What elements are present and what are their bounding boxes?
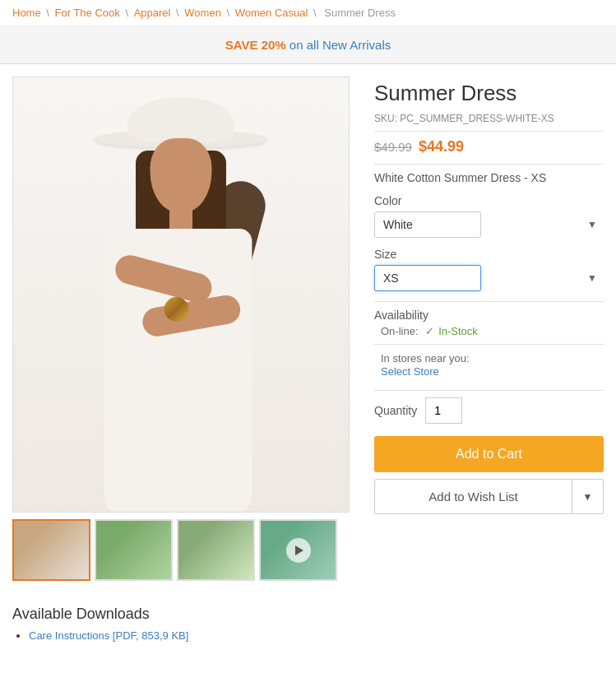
breadcrumb-sep: \ xyxy=(313,7,319,19)
add-to-cart-button[interactable]: Add to Cart xyxy=(374,436,604,472)
quantity-label: Quantity xyxy=(374,404,417,417)
banner-save: SAVE 20% xyxy=(225,38,286,52)
online-availability-row: On-line: ✓ In-Stock xyxy=(374,325,604,337)
sku-value: PC_SUMMER_DRESS-WHITE-XS xyxy=(400,113,553,124)
thumbnail-2[interactable] xyxy=(95,519,173,581)
thumbnail-4[interactable] xyxy=(259,519,337,581)
breadcrumb-women-casual[interactable]: Women Casual xyxy=(235,7,308,19)
stores-label: In stores near you: xyxy=(381,352,470,364)
banner-text: on all New Arrivals xyxy=(286,38,391,52)
select-store-link[interactable]: Select Store xyxy=(381,365,439,378)
availability-title: Availability xyxy=(374,309,604,322)
product-description: White Cotton Summer Dress - XS xyxy=(374,171,604,184)
downloads-title: Available Downloads xyxy=(12,606,604,623)
promo-banner: SAVE 20% on all New Arrivals xyxy=(0,26,616,64)
breadcrumb-sep: \ xyxy=(125,7,131,19)
size-select-arrow-icon: ▼ xyxy=(587,272,597,284)
product-info: Summer Dress SKU: PC_SUMMER_DRESS-WHITE-… xyxy=(374,77,604,581)
downloads-list: Care Instructions [PDF, 853,9 KB] xyxy=(12,629,604,642)
breadcrumb-cook[interactable]: For The Cook xyxy=(55,7,120,19)
product-area: Summer Dress SKU: PC_SUMMER_DRESS-WHITE-… xyxy=(0,64,616,593)
availability-section: Availability On-line: ✓ In-Stock In stor… xyxy=(374,309,604,378)
product-sku: SKU: PC_SUMMER_DRESS-WHITE-XS xyxy=(374,113,604,124)
thumbnail-list xyxy=(12,519,358,581)
product-title: Summer Dress xyxy=(374,81,604,106)
play-icon xyxy=(286,538,311,563)
color-select-wrap: White Blue Pink Yellow ▼ xyxy=(374,211,604,238)
check-icon: ✓ xyxy=(425,325,434,337)
thumbnail-1[interactable] xyxy=(12,519,90,581)
breadcrumb-current: Summer Dress xyxy=(324,7,396,19)
downloads-section: Available Downloads Care Instructions [P… xyxy=(0,593,616,658)
price-row: $49.99 $44.99 xyxy=(374,138,604,156)
breadcrumb-apparel[interactable]: Apparel xyxy=(134,7,171,19)
download-link[interactable]: Care Instructions [PDF, 853,9 KB] xyxy=(29,629,188,642)
thumbnail-3[interactable] xyxy=(177,519,255,581)
size-select-wrap: XS S M L XL ▼ xyxy=(374,265,604,291)
color-select-arrow-icon: ▼ xyxy=(587,219,597,230)
size-label: Size xyxy=(374,248,604,261)
breadcrumb-sep: \ xyxy=(46,7,52,19)
breadcrumb-sep: \ xyxy=(176,7,182,19)
breadcrumb: Home \ For The Cook \ Apparel \ Women \ … xyxy=(0,0,616,26)
quantity-row: Quantity xyxy=(374,397,604,424)
download-item: Care Instructions [PDF, 853,9 KB] xyxy=(29,629,604,642)
price-old: $49.99 xyxy=(374,140,412,154)
size-select[interactable]: XS S M L XL xyxy=(374,265,481,291)
wishlist-dropdown-arrow-icon: ▼ xyxy=(583,491,593,503)
wishlist-dropdown-button[interactable]: ▼ xyxy=(572,479,604,514)
in-stock-badge: ✓ In-Stock xyxy=(425,325,478,337)
product-images xyxy=(12,77,358,581)
main-product-image xyxy=(12,77,350,513)
wishlist-button-wrap: Add to Wish List ▼ xyxy=(374,479,604,514)
add-to-wishlist-button[interactable]: Add to Wish List xyxy=(374,479,572,514)
price-new: $44.99 xyxy=(419,138,464,156)
breadcrumb-home[interactable]: Home xyxy=(12,7,41,19)
color-select[interactable]: White Blue Pink Yellow xyxy=(374,211,481,238)
store-row: In stores near you: Select Store xyxy=(374,351,604,378)
breadcrumb-sep: \ xyxy=(227,7,233,19)
quantity-input[interactable] xyxy=(425,397,462,424)
breadcrumb-women[interactable]: Women xyxy=(184,7,221,19)
online-label: On-line: xyxy=(381,325,419,337)
sku-label: SKU: xyxy=(374,113,397,124)
color-label: Color xyxy=(374,194,604,207)
